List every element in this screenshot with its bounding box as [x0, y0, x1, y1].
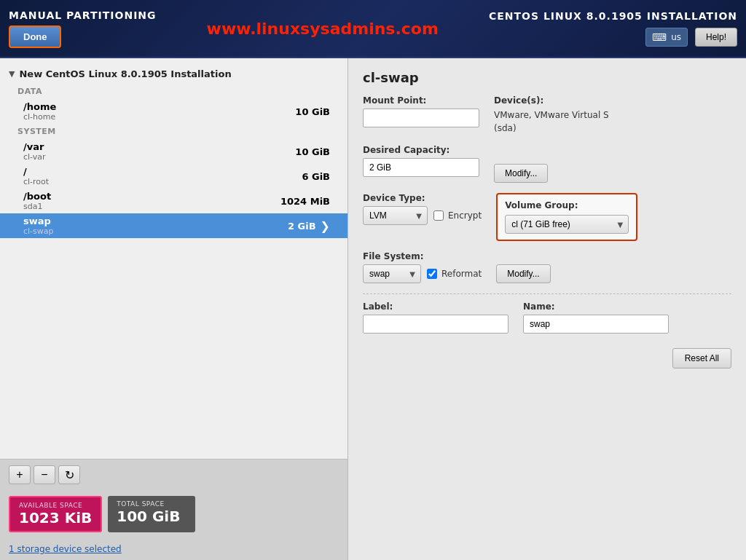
device-type-select[interactable]: LVM Standard BTRFS LVM Thin	[363, 206, 428, 225]
filesystem-select[interactable]: swap ext4 ext3 xfs btrfs	[363, 264, 421, 283]
device-type-vg-row: Device Type: LVM Standard BTRFS LVM Thin…	[363, 193, 731, 241]
volume-group-box: Volume Group: cl (71 GiB free) ▼	[496, 193, 637, 241]
mount-point-group: Mount Point:	[363, 95, 479, 127]
partition-var-label: cl-var	[23, 152, 46, 162]
devices-label: Device(s):	[494, 95, 609, 106]
partition-home-size: 10 GiB	[295, 106, 330, 117]
detail-section-title: cl-swap	[363, 70, 731, 85]
capacity-modify-row: Desired Capacity: Modify...	[363, 145, 731, 183]
label-field-label: Label:	[363, 301, 509, 312]
partition-home[interactable]: /home cl-home 10 GiB	[0, 99, 348, 124]
partition-boot-mount: /boot	[23, 191, 51, 202]
partition-root-size: 6 GiB	[302, 171, 330, 182]
name-input[interactable]	[523, 315, 669, 334]
partition-home-label: cl-home	[23, 112, 56, 122]
vg-select-wrapper: cl (71 GiB free) ▼	[505, 215, 629, 234]
reformat-row: Reformat	[427, 269, 482, 279]
install-title: CENTOS LINUX 8.0.1905 INSTALLATION	[489, 10, 737, 22]
filesystem-label: File System:	[363, 251, 482, 261]
modify-group: Modify...	[494, 145, 548, 183]
reset-all-area: Reset All	[363, 348, 731, 368]
total-space-value: 100 GiB	[117, 508, 186, 525]
help-button[interactable]: Help!	[695, 28, 737, 47]
mount-point-label: Mount Point:	[363, 95, 479, 106]
tree-arrow-icon: ▼	[9, 69, 15, 79]
manual-partitioning-title: MANUAL PARTITIONING	[9, 9, 157, 21]
total-space-box: TOTAL SPACE 100 GiB	[108, 496, 195, 532]
devices-value: VMware, VMware Virtual S(sda)	[494, 109, 609, 135]
partition-home-mount: /home	[23, 101, 56, 112]
partition-home-info: /home cl-home	[23, 101, 56, 122]
partition-swap-arrow-icon: ❯	[321, 219, 330, 233]
partition-root-label: cl-root	[23, 177, 49, 186]
label-input[interactable]	[363, 315, 509, 334]
partition-var-size-area: 10 GiB	[295, 146, 330, 157]
partition-swap-mount: swap	[23, 216, 54, 226]
keyboard-lang: us	[671, 32, 681, 42]
available-space-box: AVAILABLE SPACE 1023 KiB	[9, 496, 102, 532]
partition-root-info: / cl-root	[23, 166, 49, 186]
partition-root-mount: /	[23, 166, 49, 177]
divider	[363, 293, 731, 294]
partition-swap-info: swap cl-swap	[23, 216, 54, 236]
partition-boot-size: 1024 MiB	[280, 196, 330, 207]
header-center: www.linuxsysadmins.com	[157, 20, 489, 38]
partition-var-info: /var cl-var	[23, 141, 46, 162]
devices-group: Device(s): VMware, VMware Virtual S(sda)	[494, 95, 609, 135]
right-panel: cl-swap Mount Point: Device(s): VMware, …	[348, 58, 746, 560]
reset-all-button[interactable]: Reset All	[672, 348, 731, 368]
available-space-label: AVAILABLE SPACE	[19, 502, 92, 509]
keyboard-selector[interactable]: ⌨ us	[645, 28, 688, 47]
filesystem-group: File System: swap ext4 ext3 xfs btrfs ▼	[363, 251, 482, 283]
partition-boot-label: sda1	[23, 202, 51, 211]
partition-boot-size-area: 1024 MiB	[280, 196, 330, 207]
partition-swap-size-area: 2 GiB ❯	[288, 219, 330, 233]
main-content: ▼ New CentOS Linux 8.0.1905 Installation…	[0, 58, 746, 560]
partition-swap-size: 2 GiB	[288, 221, 316, 232]
installation-label: New CentOS Linux 8.0.1905 Installation	[19, 68, 231, 79]
vg-modify-button[interactable]: Modify...	[496, 264, 550, 283]
storage-device-text: 1 storage device selected	[9, 544, 122, 554]
label-name-row: Label: Name:	[363, 301, 731, 334]
encrypt-row: Encrypt	[433, 210, 482, 221]
partition-toolbar: + − ↻	[0, 459, 348, 490]
space-bar: AVAILABLE SPACE 1023 KiB TOTAL SPACE 100…	[0, 490, 348, 538]
category-system: SYSTEM	[0, 124, 348, 139]
partition-swap[interactable]: swap cl-swap 2 GiB ❯	[0, 213, 348, 238]
filesystem-select-wrapper: swap ext4 ext3 xfs btrfs ▼	[363, 264, 421, 283]
mount-point-input[interactable]	[363, 109, 479, 127]
remove-partition-button[interactable]: −	[34, 465, 55, 484]
partition-var[interactable]: /var cl-var 10 GiB	[0, 139, 348, 164]
desired-capacity-group: Desired Capacity:	[363, 145, 479, 177]
category-data: DATA	[0, 84, 348, 99]
filesystem-row: File System: swap ext4 ext3 xfs btrfs ▼	[363, 251, 731, 283]
keyboard-icon: ⌨	[652, 31, 667, 43]
partition-list: ▼ New CentOS Linux 8.0.1905 Installation…	[0, 58, 348, 459]
desired-capacity-input[interactable]	[363, 158, 479, 177]
installation-tree-header: ▼ New CentOS Linux 8.0.1905 Installation	[0, 64, 348, 84]
volume-group-select[interactable]: cl (71 GiB free)	[505, 215, 629, 234]
add-partition-button[interactable]: +	[9, 465, 31, 484]
partition-home-size-area: 10 GiB	[295, 106, 330, 117]
partition-root[interactable]: / cl-root 6 GiB	[0, 164, 348, 189]
partition-root-size-area: 6 GiB	[302, 171, 330, 182]
done-button[interactable]: Done	[9, 25, 61, 48]
storage-device-link[interactable]: 1 storage device selected	[0, 538, 348, 560]
refresh-button[interactable]: ↻	[58, 465, 80, 484]
header-controls: ⌨ us Help!	[645, 28, 737, 47]
modify-button[interactable]: Modify...	[494, 164, 548, 183]
partition-boot-info: /boot sda1	[23, 191, 51, 211]
partition-boot[interactable]: /boot sda1 1024 MiB	[0, 189, 348, 213]
partition-var-mount: /var	[23, 141, 46, 152]
desired-capacity-label: Desired Capacity:	[363, 145, 479, 155]
available-space-value: 1023 KiB	[19, 509, 92, 527]
reformat-checkbox[interactable]	[427, 269, 437, 279]
encrypt-checkbox[interactable]	[433, 210, 444, 221]
name-group: Name:	[523, 301, 669, 334]
partition-var-size: 10 GiB	[295, 146, 330, 157]
watermark-text: www.linuxsysadmins.com	[207, 20, 439, 38]
total-space-label: TOTAL SPACE	[117, 500, 186, 508]
label-group: Label:	[363, 301, 509, 334]
volume-group-label: Volume Group:	[505, 200, 629, 210]
name-field-label: Name:	[523, 301, 669, 312]
